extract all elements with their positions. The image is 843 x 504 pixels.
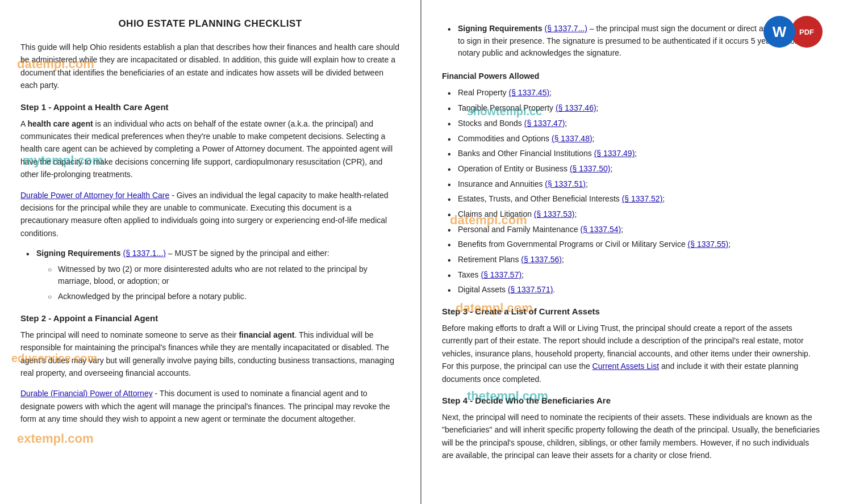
fp-personal-link[interactable]: (§ 1337.54) [581,225,621,234]
financial-powers-list: Real Property (§ 1337.45); Tangible Pers… [442,87,823,296]
fp-benefits-link[interactable]: (§ 1337.55) [688,240,729,249]
fp-commodities: Commodities and Options (§ 1337.48); [448,133,823,145]
intro-paragraph: This guide will help Ohio residents esta… [20,41,400,92]
doc-title: OHIO ESTATE PLANNING CHECKLIST [20,18,400,30]
financial-powers-heading: Financial Powers Allowed [442,70,823,82]
step2-para1: The principal will need to nominate some… [20,329,400,380]
fp-real-property: Real Property (§ 1337.45); [448,87,823,99]
fp-taxes: Taxes (§ 1337.57); [448,269,823,282]
fp-entity-link[interactable]: (§ 1337.50) [570,164,611,173]
fp-stocks-link[interactable]: (§ 1337.47) [524,119,565,128]
step1-para1: A health care agent is an individual who… [20,117,400,181]
fp-tangible-link[interactable]: (§ 1337.46) [556,103,596,112]
financial-agent-term: financial agent [239,330,294,339]
right-panel: W PDF Signing Requirements (§ 1337.7...)… [422,0,843,504]
step4-heading: Step 4 - Decide Who the Beneficiaries Ar… [442,396,823,405]
fp-retirement-link[interactable]: (§ 1337.56) [521,255,562,264]
durable-poa-health-link[interactable]: Durable Power of Attorney for Health Car… [20,191,169,200]
signing-req-label: Signing Requirements [36,249,121,258]
fp-banks: Banks and Other Financial Institutions (… [448,148,823,160]
fp-commodities-link[interactable]: (§ 1337.48) [552,134,592,143]
fp-entity: Operation of Entity or Business (§ 1337.… [448,163,823,175]
signing-req-link[interactable]: (§ 1337.1...) [123,249,166,258]
fp-digital: Digital Assets (§ 1337.571). [448,284,823,296]
right-signing-list: Signing Requirements (§ 1337.7...) – the… [442,23,823,60]
signing-req-bullet: Signing Requirements (§ 1337.1...) – MUS… [26,247,400,303]
fp-taxes-link[interactable]: (§ 1337.57) [481,270,521,279]
fp-estates-link[interactable]: (§ 1337.52) [622,194,663,203]
step1-heading: Step 1 - Appoint a Health Care Agent [20,102,400,112]
fp-insurance: Insurance and Annuities (§ 1337.51); [448,178,823,191]
fp-estates: Estates, Trusts, and Other Beneficial In… [448,193,823,205]
signing-sub-item-1: Witnessed by two (2) or more disinterest… [48,263,400,288]
health-care-agent-term: health care agent [27,119,93,128]
fp-claims-link[interactable]: (§ 1337.53) [534,209,575,219]
fp-real-property-link[interactable]: (§ 1337.45) [508,88,549,97]
fp-claims: Claims and Litigation (§ 1337.53); [448,208,823,221]
fp-benefits: Benefits from Governmental Programs or C… [448,238,823,251]
fp-retirement: Retirement Plans (§ 1337.56); [448,254,823,266]
right-signing-req-label: Signing Requirements [458,24,542,33]
step2-heading: Step 2 - Appoint a Financial Agent [20,313,400,323]
fp-insurance-link[interactable]: (§ 1337.51) [545,179,586,188]
step1-link-para: Durable Power of Attorney for Health Car… [20,189,400,240]
step4-para: Next, the principal will need to nominat… [442,411,823,462]
step1-bullets: Signing Requirements (§ 1337.1...) – MUS… [20,247,400,303]
right-signing-req-bullet: Signing Requirements (§ 1337.7...) – the… [448,23,823,60]
fp-digital-link[interactable]: (§ 1337.571) [508,285,553,294]
current-assets-list-link[interactable]: Current Assets List [592,362,660,371]
left-panel: OHIO ESTATE PLANNING CHECKLIST This guid… [0,0,422,504]
right-signing-req-link[interactable]: (§ 1337.7...) [544,24,587,33]
fp-banks-link[interactable]: (§ 1337.49) [594,149,635,158]
step3-heading: Step 3 - Create a List of Current Assets [442,306,823,316]
fp-tangible-personal: Tangible Personal Property (§ 1337.46); [448,102,823,115]
signing-sub-list: Witnessed by two (2) or more disinterest… [36,263,400,303]
fp-personal-family: Personal and Family Maintenance (§ 1337.… [448,224,823,236]
signing-req-text: – MUST be signed by the principal and ei… [168,249,329,258]
step3-para: Before making efforts to draft a Will or… [442,322,823,385]
watermark-extempl: extempl.com [17,431,94,446]
signing-sub-item-2: Acknowledged by the principal before a n… [48,291,400,303]
fp-stocks-bonds: Stocks and Bonds (§ 1337.47); [448,117,823,130]
step2-link-para: Durable (Financial) Power of Attorney - … [20,387,400,425]
durable-financial-poa-link[interactable]: Durable (Financial) Power of Attorney [20,389,153,398]
